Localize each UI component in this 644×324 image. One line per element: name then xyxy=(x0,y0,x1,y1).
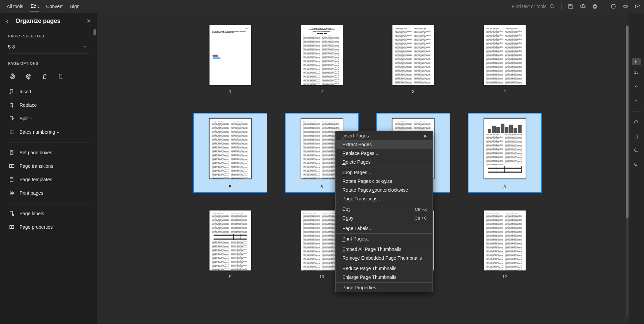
search-box[interactable]: Find text or tools xyxy=(512,3,556,9)
labels-icon xyxy=(9,210,15,217)
menu-all-tools[interactable]: All tools xyxy=(6,2,24,11)
page-thumbnail[interactable]: Lorem ipsum dolor sit amet consectetur a… xyxy=(374,25,453,94)
page-number-label: 1 xyxy=(229,89,231,94)
page-thumbnail-image: THE IMPACT OF M&A ON BANK'SFINANCIAL PER… xyxy=(301,25,343,86)
tool-templates[interactable]: Page templates xyxy=(8,173,89,186)
page-thumbnail[interactable]: THE IMPACT OF M&A ON BANK'SFINANCIAL PER… xyxy=(282,25,362,94)
pages-selected-dropdown[interactable]: 5-8 xyxy=(8,41,89,54)
page-option-icons xyxy=(8,68,89,84)
rotate-cw-icon[interactable] xyxy=(24,72,33,81)
context-menu-item[interactable]: Page Labels... xyxy=(336,224,432,233)
save-icon[interactable] xyxy=(568,3,574,9)
context-menu-item[interactable]: Print Pages... xyxy=(336,234,432,243)
tool-page-properties[interactable]: Page properties xyxy=(8,221,89,233)
page-number-label: 2 xyxy=(320,89,323,94)
context-menu-item[interactable]: Page Transitions... xyxy=(336,194,432,203)
menu-edit[interactable]: Edit xyxy=(30,1,39,11)
separator xyxy=(8,142,89,142)
zoom-out-icon[interactable] xyxy=(633,161,640,168)
side-panel: Organize pages ✕ PAGES SELECTED 5-8 PAGE… xyxy=(0,13,97,324)
back-icon[interactable] xyxy=(5,19,10,24)
tool-print[interactable]: Print pages xyxy=(8,187,89,199)
svg-rect-11 xyxy=(10,117,13,120)
context-menu-item[interactable]: CopyCtrl+C xyxy=(336,214,432,222)
search-placeholder: Find text or tools xyxy=(512,4,547,9)
page-number-label: 3 xyxy=(412,89,414,94)
section-page-options: PAGE OPTIONS xyxy=(8,61,89,65)
topbar: All tools Edit Convert Sign Find text or… xyxy=(0,0,644,13)
context-menu-item[interactable]: Replace Pages... xyxy=(336,149,432,158)
menu-item-label: Print Pages... xyxy=(342,236,371,241)
submenu-arrow-icon: ▶ xyxy=(424,134,427,138)
context-menu-item[interactable]: Enlarge Page Thumbnails xyxy=(336,273,432,282)
page-thumbnail-image: Lorem ipsum dolor sit amet consectetur a… xyxy=(484,210,526,271)
tool-replace[interactable]: Replace xyxy=(8,99,89,111)
tool-bates[interactable]: 012 Bates numbering xyxy=(8,126,89,138)
context-menu[interactable]: Insert Pages▶Extract PagesReplace Pages.… xyxy=(335,131,433,292)
transitions-icon xyxy=(9,163,15,169)
tool-insert[interactable]: Insert xyxy=(8,86,89,98)
page-thumbnail[interactable]: Lorem ipsum dolor sit amet consectetur a… xyxy=(191,113,270,191)
tool-page-labels[interactable]: Page labels xyxy=(8,207,89,220)
svg-rect-20 xyxy=(10,192,14,194)
selected-page-badge[interactable]: 5 xyxy=(632,58,641,65)
page-display-icon[interactable] xyxy=(633,133,640,140)
rotate-ccw-icon[interactable] xyxy=(8,72,17,81)
svg-rect-17 xyxy=(12,165,14,168)
context-menu-item[interactable]: Page Properties... xyxy=(336,283,432,292)
svg-rect-7 xyxy=(635,5,640,8)
context-menu-item[interactable]: Rotate Pages clockwise xyxy=(336,177,432,186)
page-thumbnail[interactable]: Lorem ipsum dolor sit amet consectetur a… xyxy=(465,210,544,279)
tool-transitions[interactable]: Page transitions xyxy=(8,160,89,172)
context-menu-item[interactable]: Rotate Pages counterclockwise xyxy=(336,186,432,194)
side-panel-title: Organize pages xyxy=(15,18,81,25)
context-menu-item[interactable]: Reduce Page Thumbnails xyxy=(336,264,432,273)
tool-label: Page labels xyxy=(20,211,44,216)
context-menu-item[interactable]: Insert Pages▶ xyxy=(336,131,432,140)
link-icon[interactable] xyxy=(622,3,629,9)
menu-convert[interactable]: Convert xyxy=(45,2,63,11)
close-icon[interactable]: ✕ xyxy=(86,18,91,24)
svg-rect-8 xyxy=(59,74,62,78)
scrollbar-handle[interactable] xyxy=(626,26,629,218)
tool-label: Set page boxes xyxy=(20,150,52,155)
svg-rect-22 xyxy=(11,194,13,195)
svg-rect-9 xyxy=(10,89,13,93)
context-menu-item[interactable]: Delete Pages xyxy=(336,158,432,166)
tool-label: Page transitions xyxy=(20,163,53,169)
scrollbar[interactable] xyxy=(625,26,629,317)
tool-page-boxes[interactable]: Set page boxes xyxy=(8,147,89,159)
svg-rect-27 xyxy=(635,135,638,138)
page-number-label: 12 xyxy=(502,274,507,279)
cloud-upload-icon[interactable] xyxy=(580,3,586,9)
total-pages-label: 13 xyxy=(634,69,638,77)
menu-sign[interactable]: Sign xyxy=(69,2,80,11)
extract-icon[interactable] xyxy=(56,72,65,81)
mail-icon[interactable] xyxy=(635,3,641,9)
svg-rect-18 xyxy=(10,177,13,182)
zoom-in-icon[interactable] xyxy=(633,147,640,154)
page-up-icon[interactable] xyxy=(633,83,640,90)
context-menu-item[interactable]: Remove Embedded Page Thumbnails xyxy=(336,254,432,262)
context-menu-item[interactable]: Embed All Page Thumbnails xyxy=(336,245,432,254)
menu-item-label: Replace Pages... xyxy=(342,151,378,156)
context-menu-item[interactable]: CutCtrl+X xyxy=(336,205,432,214)
page-number-label: 9 xyxy=(229,274,231,279)
page-thumbnail[interactable]: ■■■■■ The Impact of M&A on Bank's Financ… xyxy=(191,25,270,94)
context-menu-item[interactable]: Extract Pages xyxy=(336,140,432,149)
ai-assistant-icon[interactable] xyxy=(610,3,616,9)
rotate-view-icon[interactable] xyxy=(633,119,640,126)
svg-rect-25 xyxy=(10,226,11,229)
context-menu-item[interactable]: Crop Pages... xyxy=(336,168,432,177)
page-thumbnail[interactable]: Lorem ipsum dolor sit amet consectetur a… xyxy=(191,210,270,279)
page-thumbnail[interactable]: Lorem ipsum dolor sit amet consectetur a… xyxy=(465,25,544,94)
delete-icon[interactable] xyxy=(40,72,49,81)
print-icon[interactable] xyxy=(592,3,598,9)
svg-text:012: 012 xyxy=(10,131,13,133)
page-thumbnail[interactable]: Lorem ipsum dolor sit amet consectetur a… xyxy=(465,113,544,191)
divider xyxy=(604,3,604,10)
menu-separator xyxy=(336,204,432,204)
page-down-icon[interactable] xyxy=(633,97,640,104)
tool-split[interactable]: Split xyxy=(8,112,89,125)
menu-shortcut: Ctrl+C xyxy=(415,216,427,221)
